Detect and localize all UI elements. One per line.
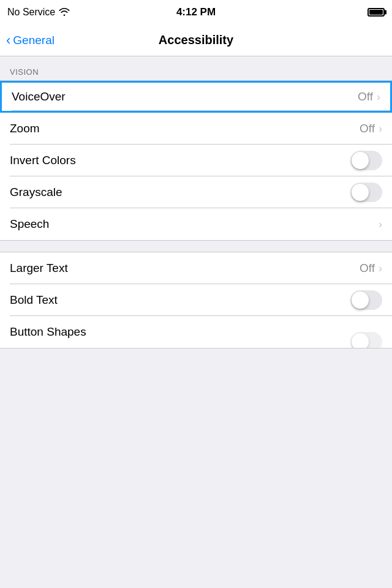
battery-indicator bbox=[368, 8, 385, 17]
bold-text-toggle[interactable] bbox=[350, 290, 382, 310]
button-shapes-item[interactable]: Button Shapes bbox=[0, 316, 392, 348]
button-shapes-label: Button Shapes bbox=[10, 325, 86, 339]
speech-item[interactable]: Speech › bbox=[0, 208, 392, 240]
section-spacer bbox=[0, 241, 392, 252]
invert-colors-item[interactable]: Invert Colors bbox=[0, 145, 392, 176]
invert-colors-knob bbox=[352, 152, 369, 169]
voiceover-label: VoiceOver bbox=[12, 90, 66, 104]
grayscale-knob bbox=[352, 184, 369, 201]
zoom-label: Zoom bbox=[10, 122, 40, 135]
time-display: 4:12 PM bbox=[176, 6, 216, 18]
invert-colors-label: Invert Colors bbox=[10, 154, 76, 167]
zoom-chevron-icon: › bbox=[379, 123, 382, 135]
voiceover-chevron-icon: › bbox=[377, 91, 380, 104]
interaction-section-body: Larger Text Off › Bold Text Button Shape… bbox=[0, 252, 392, 349]
speech-label: Speech bbox=[10, 217, 49, 231]
bold-text-knob bbox=[352, 292, 369, 309]
zoom-value: Off bbox=[360, 122, 375, 135]
wifi-icon bbox=[59, 7, 70, 18]
bold-text-item[interactable]: Bold Text bbox=[0, 284, 392, 316]
interaction-section: Larger Text Off › Bold Text Button Shape… bbox=[0, 252, 392, 349]
button-shapes-toggle[interactable] bbox=[350, 332, 382, 348]
page-title: Accessibility bbox=[159, 33, 233, 47]
larger-text-right: Off › bbox=[360, 262, 382, 275]
voiceover-item[interactable]: VoiceOver Off › bbox=[0, 81, 392, 113]
navigation-bar: ‹ General Accessibility bbox=[0, 24, 392, 56]
grayscale-toggle[interactable] bbox=[350, 183, 382, 202]
back-label: General bbox=[13, 34, 55, 47]
button-shapes-knob bbox=[352, 333, 369, 348]
larger-text-item[interactable]: Larger Text Off › bbox=[0, 252, 392, 284]
vision-section-header: VISION bbox=[0, 67, 392, 80]
carrier-text: No Service bbox=[7, 7, 55, 18]
speech-chevron-icon: › bbox=[379, 218, 382, 231]
zoom-right: Off › bbox=[360, 122, 382, 135]
speech-right: › bbox=[379, 218, 382, 231]
back-button[interactable]: ‹ General bbox=[6, 34, 55, 47]
voiceover-value: Off bbox=[358, 90, 373, 104]
battery-icon bbox=[368, 8, 385, 17]
larger-text-value: Off bbox=[360, 262, 375, 275]
grayscale-item[interactable]: Grayscale bbox=[0, 176, 392, 208]
zoom-item[interactable]: Zoom Off › bbox=[0, 113, 392, 145]
vision-section-body: VoiceOver Off › Zoom Off › Invert Colors… bbox=[0, 80, 392, 241]
invert-colors-toggle[interactable] bbox=[350, 151, 382, 170]
voiceover-right: Off › bbox=[358, 90, 380, 104]
larger-text-chevron-icon: › bbox=[379, 262, 382, 275]
status-bar: No Service 4:12 PM bbox=[0, 0, 392, 24]
back-chevron-icon: ‹ bbox=[6, 34, 10, 47]
bold-text-label: Bold Text bbox=[10, 293, 58, 307]
vision-section: VISION VoiceOver Off › Zoom Off › Invert… bbox=[0, 67, 392, 241]
grayscale-label: Grayscale bbox=[10, 186, 62, 199]
larger-text-label: Larger Text bbox=[10, 262, 68, 275]
